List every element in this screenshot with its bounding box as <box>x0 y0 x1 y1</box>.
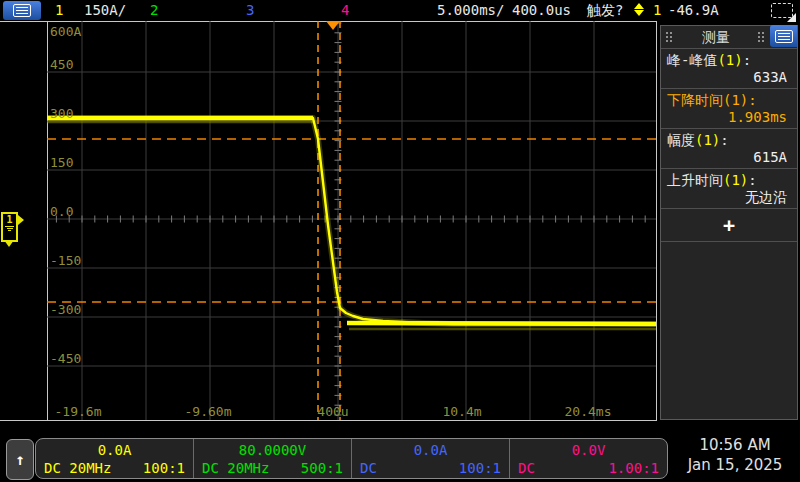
channel1-ground-marker[interactable]: 1 <box>1 212 18 242</box>
channel4-button[interactable]: 4 <box>341 2 349 19</box>
menu-icon <box>775 30 793 43</box>
channel1-probe-ratio: 100:1 <box>143 459 185 477</box>
x-axis-label: -9.60m <box>185 405 232 419</box>
channel1-level-arrow-icon <box>18 215 24 225</box>
channel1-status-box[interactable]: 0.0A DC 20MHz 100:1 <box>36 439 194 478</box>
y-axis-label: 150 <box>50 156 73 170</box>
bottom-status-bar: ↑ 0.0A DC 20MHz 100:1 80.0000V DC 20MHz … <box>0 430 800 482</box>
measurement-item-amplitude[interactable]: 幅度(1): 615A <box>661 129 797 169</box>
down-triangle-icon <box>634 10 644 16</box>
measurement-menu-button[interactable] <box>770 25 797 47</box>
measurement-item-peak-to-peak[interactable]: 峰-峰值(1): 633A <box>661 49 797 89</box>
measurement-item-fall-time[interactable]: 下降时间(1): 1.903ms <box>661 89 797 129</box>
channel4-probe-ratio: 1.00:1 <box>608 459 659 477</box>
channel3-button[interactable]: 3 <box>246 2 254 19</box>
screenshot-region-icon[interactable] <box>771 3 793 18</box>
channel2-coupling: DC 20MHz <box>202 459 269 477</box>
delay-display[interactable]: 400.0us <box>512 2 571 19</box>
channel4-offset: 0.0V <box>518 441 659 459</box>
x-axis-label: 20.4ms <box>565 405 612 419</box>
x-axis-label: 400u <box>317 405 348 419</box>
x-axis-label: -19.6m <box>55 405 102 419</box>
channel1-ground-marker-label: 1 <box>3 215 16 225</box>
plus-icon: + <box>723 213 735 237</box>
measurement-panel-title: 测量 <box>661 29 771 47</box>
y-axis-label: -300 <box>50 303 81 317</box>
trigger-status[interactable]: 触发? <box>587 2 623 19</box>
date-text: Jan 15, 2025 <box>672 455 798 475</box>
measurement-value: 615A <box>667 149 791 166</box>
main-menu-button[interactable] <box>3 1 41 20</box>
measurement-value: 633A <box>667 69 791 86</box>
clock-display: 10:56 AM Jan 15, 2025 <box>672 435 798 475</box>
y-axis-label: -150 <box>50 254 81 268</box>
trigger-source[interactable]: 1 <box>653 2 661 19</box>
trigger-time-marker[interactable] <box>326 21 340 30</box>
channel1-offset: 0.0A <box>44 441 185 459</box>
trigger-level[interactable]: -46.9A <box>668 2 719 19</box>
y-axis-label: 300 <box>50 107 73 121</box>
timebase-display[interactable]: 5.000ms/ <box>437 2 504 19</box>
add-measurement-button[interactable]: + <box>661 209 797 242</box>
expand-bottom-bar-button[interactable]: ↑ <box>6 439 34 480</box>
up-arrow-icon: ↑ <box>15 450 25 469</box>
measurement-item-rise-time[interactable]: 上升时间(1): 无边沿 <box>661 169 797 209</box>
channel-status-group: 0.0A DC 20MHz 100:1 80.0000V DC 20MHz 50… <box>35 438 668 479</box>
channel1-coupling: DC 20MHz <box>44 459 111 477</box>
measurement-panel: 测量 峰-峰值(1): 633A 下降时间(1): 1.903ms 幅度(1):… <box>660 25 798 420</box>
channel2-button[interactable]: 2 <box>150 2 158 19</box>
drag-grip-icon[interactable] <box>757 31 765 44</box>
waveform-display: 600A 450 300 150 0.0 -150 -300 -450 -19.… <box>47 21 656 420</box>
channel1-trace <box>47 118 656 329</box>
y-axis-label: 0.0 <box>50 205 73 219</box>
channel1-button[interactable]: 1 <box>55 2 63 19</box>
channel3-coupling: DC <box>360 459 377 477</box>
top-bar: 1 150A/ 2 3 4 5.000ms/ 400.0us 触发? 1 -46… <box>0 0 800 21</box>
channel1-scale[interactable]: 150A/ <box>84 2 126 19</box>
plot-border-right <box>656 21 657 421</box>
channel4-coupling: DC <box>518 459 535 477</box>
y-axis-label: 450 <box>50 58 73 72</box>
y-axis-label: 600A <box>50 25 81 39</box>
up-triangle-icon <box>634 3 644 9</box>
channel3-offset: 0.0A <box>360 441 501 459</box>
menu-icon <box>13 4 31 17</box>
measurement-panel-header: 测量 <box>661 26 797 49</box>
x-axis-label: 10.4m <box>442 405 481 419</box>
channel4-status-box[interactable]: 0.0V DC 1.00:1 <box>510 439 667 478</box>
trigger-slope-icon[interactable] <box>633 3 645 16</box>
channel1-down-arrow-icon <box>4 240 14 247</box>
plot-border-bottom <box>0 420 657 421</box>
measurement-value: 无边沿 <box>667 189 791 206</box>
time-text: 10:56 AM <box>672 435 798 455</box>
channel2-status-box[interactable]: 80.0000V DC 20MHz 500:1 <box>194 439 352 478</box>
grid-lines <box>47 21 656 420</box>
measurement-value: 1.903ms <box>667 109 791 126</box>
channel3-probe-ratio: 100:1 <box>459 459 501 477</box>
channel2-offset: 80.0000V <box>202 441 343 459</box>
channel3-status-box[interactable]: 0.0A DC 100:1 <box>352 439 510 478</box>
cursor-arrow-icon <box>787 13 796 22</box>
waveform-svg <box>47 21 656 420</box>
channel2-probe-ratio: 500:1 <box>301 459 343 477</box>
y-axis-label: -450 <box>50 352 81 366</box>
ground-icon <box>5 226 14 227</box>
